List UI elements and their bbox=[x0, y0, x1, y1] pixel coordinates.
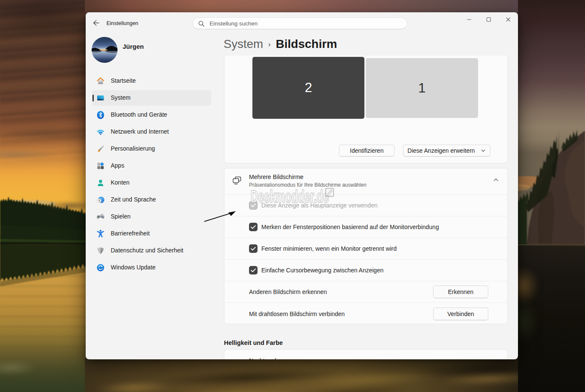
svg-text:Deskmodder.de: Deskmodder.de bbox=[251, 187, 329, 206]
